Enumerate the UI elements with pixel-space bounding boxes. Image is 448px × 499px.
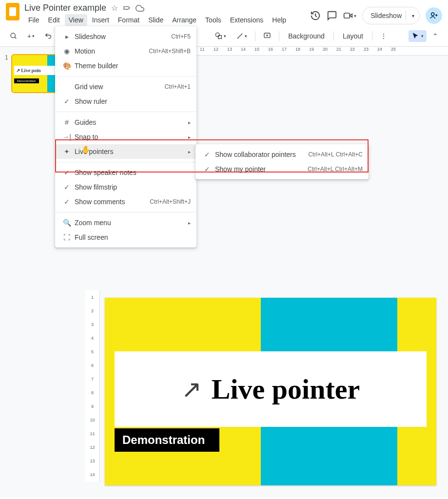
slide-title-box[interactable]: ↗ Live pointer — [115, 351, 427, 427]
check-icon: ✓ — [201, 151, 213, 158]
submenu-show-collaborator-pointers[interactable]: ✓ Show collaborator pointers Ctrl+Alt+L … — [195, 147, 369, 162]
menu-slideshow[interactable]: ▸ Slideshow Ctrl+F5 — [55, 29, 196, 44]
menu-insert[interactable]: Insert — [88, 14, 113, 26]
view-menu-dropdown: ▸ Slideshow Ctrl+F5 ◉ Motion Ctrl+Alt+Sh… — [55, 26, 196, 248]
search-icon[interactable] — [6, 29, 21, 43]
hash-icon: # — [61, 118, 73, 126]
background-button[interactable]: Background — [283, 29, 330, 43]
menu-extensions[interactable]: Extensions — [226, 14, 267, 26]
menu-tools[interactable]: Tools — [201, 14, 225, 26]
slideshow-dropdown-icon[interactable]: ▾ — [410, 13, 416, 19]
submenu-show-my-pointer[interactable]: ✓ Show my pointer Ctrl+Alt+L Ctrl+Alt+M — [195, 162, 369, 176]
check-icon: ✓ — [61, 169, 73, 176]
slide-number: 1 — [5, 54, 8, 93]
vertical-ruler: 1234567891011121314 — [85, 290, 100, 481]
collapse-icon[interactable]: ⌃ — [429, 29, 442, 43]
menu-motion[interactable]: ◉ Motion Ctrl+Alt+Shift+B — [55, 44, 196, 58]
meet-icon[interactable]: ▾ — [343, 11, 356, 20]
shape-button[interactable]: ▾ — [211, 29, 230, 43]
menu-arrange[interactable]: Arrange — [168, 14, 200, 26]
share-button[interactable] — [426, 7, 442, 24]
menu-snap-to[interactable]: →| Snap to ▸ — [55, 130, 196, 144]
menu-grid-view[interactable]: Grid view Ctrl+Alt+1 — [55, 79, 196, 94]
live-pointers-submenu: ✓ Show collaborator pointers Ctrl+Alt+L … — [195, 144, 369, 179]
menu-zoom[interactable]: 🔍 Zoom menu ▸ — [55, 215, 196, 230]
check-icon: ✓ — [61, 198, 73, 206]
document-title[interactable]: Live Pointer example — [24, 3, 106, 13]
layout-button[interactable]: Layout — [338, 29, 368, 43]
menubar: File Edit View Insert Format Slide Arran… — [24, 14, 290, 26]
fullscreen-icon: ⛶ — [61, 233, 73, 241]
menu-file[interactable]: File — [24, 14, 43, 26]
slide-canvas[interactable]: ↗ Live pointer Demonstration — [105, 298, 436, 485]
menu-view[interactable]: View — [65, 14, 87, 26]
menu-show-speaker-notes[interactable]: ✓ Show speaker notes — [55, 165, 196, 180]
pointer-icon: ✦ — [61, 148, 73, 155]
check-icon: ✓ — [201, 165, 213, 173]
slide-title-text: Live pointer — [212, 373, 360, 405]
undo-button[interactable] — [40, 29, 56, 43]
slides-logo[interactable] — [6, 3, 19, 20]
pointer-tool[interactable]: ▾ — [409, 30, 427, 42]
arrow-icon: ↗ — [181, 375, 202, 403]
app-header: Live Pointer example ☆ File Edit View In… — [0, 0, 448, 26]
comment-add-button[interactable] — [259, 29, 275, 43]
svg-line-9 — [237, 34, 243, 39]
motion-icon: ◉ — [61, 47, 73, 55]
svg-point-7 — [216, 33, 220, 37]
thumb-subtitle: Demonstration — [14, 78, 39, 83]
slideshow-label: Slideshow — [370, 12, 402, 19]
slide-subtitle-box[interactable]: Demonstration — [115, 428, 219, 452]
star-icon[interactable]: ☆ — [111, 3, 118, 13]
palette-icon: 🎨 — [61, 62, 73, 70]
snap-icon: →| — [61, 133, 73, 141]
svg-rect-0 — [344, 13, 350, 18]
menu-edit[interactable]: Edit — [44, 14, 64, 26]
check-icon: ✓ — [61, 183, 73, 191]
move-icon[interactable] — [123, 4, 131, 12]
more-icon[interactable]: ⋮ — [376, 29, 391, 43]
svg-point-5 — [11, 33, 15, 38]
check-icon: ✓ — [61, 97, 73, 105]
menu-slide[interactable]: Slide — [144, 14, 167, 26]
menu-help[interactable]: Help — [268, 14, 290, 26]
history-icon[interactable] — [310, 10, 321, 21]
menu-full-screen[interactable]: ⛶ Full screen — [55, 230, 196, 245]
cloud-icon[interactable] — [136, 4, 144, 13]
comment-icon[interactable] — [327, 10, 337, 21]
menu-theme-builder[interactable]: 🎨 Theme builder — [55, 58, 196, 73]
svg-line-6 — [15, 37, 16, 38]
menu-show-filmstrip[interactable]: ✓ Show filmstrip — [55, 180, 196, 194]
svg-rect-8 — [218, 36, 222, 39]
menu-live-pointers[interactable]: ✦ Live pointers ▸ — [55, 144, 196, 159]
slideshow-button[interactable]: Slideshow ▾ — [362, 7, 420, 24]
menu-format[interactable]: Format — [114, 14, 143, 26]
menu-show-comments[interactable]: ✓ Show comments Ctrl+Alt+Shift+J — [55, 194, 196, 209]
menu-show-ruler[interactable]: ✓ Show ruler — [55, 94, 196, 109]
svg-point-2 — [431, 13, 434, 16]
play-icon: ▸ — [61, 33, 73, 40]
menu-guides[interactable]: # Guides ▸ — [55, 115, 196, 130]
new-slide-button[interactable]: +▾ — [23, 29, 39, 43]
zoom-icon: 🔍 — [61, 219, 73, 227]
line-button[interactable]: ▾ — [232, 29, 251, 43]
